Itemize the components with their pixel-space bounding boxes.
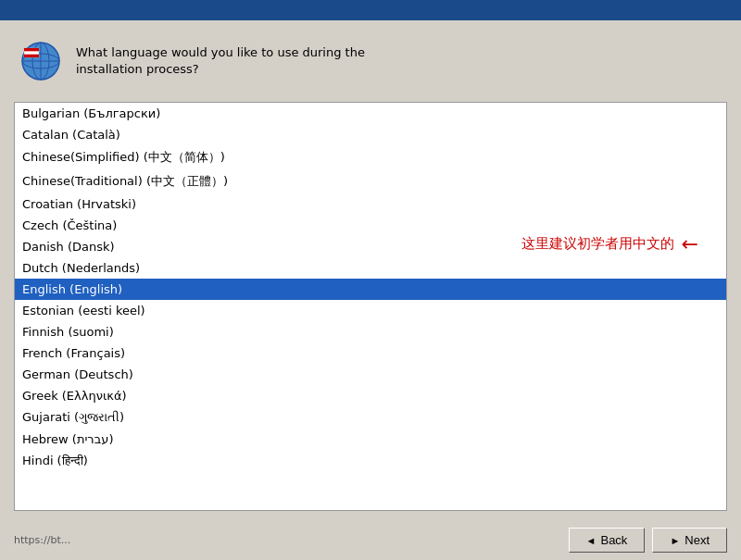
back-icon: ◄ xyxy=(586,535,597,546)
list-item[interactable]: Dutch (Nederlands) xyxy=(15,257,726,279)
list-item[interactable]: Bulgarian (Български) xyxy=(15,103,726,124)
list-item[interactable]: Estonian (eesti keel) xyxy=(15,300,726,321)
language-list[interactable]: Bulgarian (Български)Catalan (Català)Chi… xyxy=(15,103,726,510)
list-item[interactable]: Gujarati (ગુજરાતી) xyxy=(15,406,726,429)
list-item[interactable]: Danish (Dansk) xyxy=(15,236,726,257)
status-url: https://bt... xyxy=(14,534,70,546)
list-item[interactable]: Croatian (Hrvatski) xyxy=(15,193,726,215)
header-section: What language would you like to use duri… xyxy=(14,30,727,93)
list-item[interactable]: Hindi (हिन्दी) xyxy=(15,450,726,472)
content-area: What language would you like to use duri… xyxy=(0,20,741,520)
next-icon: ► xyxy=(670,535,680,546)
list-item[interactable]: French (Français) xyxy=(15,342,726,364)
svg-rect-7 xyxy=(24,55,39,57)
list-item[interactable]: English (English) xyxy=(15,279,726,300)
top-bar xyxy=(0,0,741,20)
list-item[interactable]: Finnish (suomi) xyxy=(15,321,726,342)
list-item[interactable]: Greek (Ελληνικά) xyxy=(15,385,726,406)
list-item[interactable]: Chinese(Traditional) (中文（正體）) xyxy=(15,169,726,193)
list-container: Bulgarian (Български)Catalan (Català)Chi… xyxy=(14,102,727,511)
next-label: Next xyxy=(684,533,710,547)
next-button[interactable]: ► Next xyxy=(652,528,727,553)
list-item[interactable]: Hebrew (עברית) xyxy=(15,429,726,450)
back-button[interactable]: ◄ Back xyxy=(569,528,646,553)
header-text: What language would you like to use duri… xyxy=(76,44,365,78)
list-item[interactable]: Catalan (Català) xyxy=(15,124,726,145)
svg-rect-6 xyxy=(24,48,39,51)
bottom-bar: https://bt... ◄ Back ► Next xyxy=(0,520,741,560)
back-label: Back xyxy=(600,533,627,547)
list-item[interactable]: Chinese(Simplified) (中文（简体）) xyxy=(15,145,726,169)
list-item[interactable]: German (Deutsch) xyxy=(15,364,726,385)
globe-icon xyxy=(19,39,63,83)
button-group: ◄ Back ► Next xyxy=(569,528,727,553)
list-item[interactable]: Czech (Čeština) xyxy=(15,215,726,236)
